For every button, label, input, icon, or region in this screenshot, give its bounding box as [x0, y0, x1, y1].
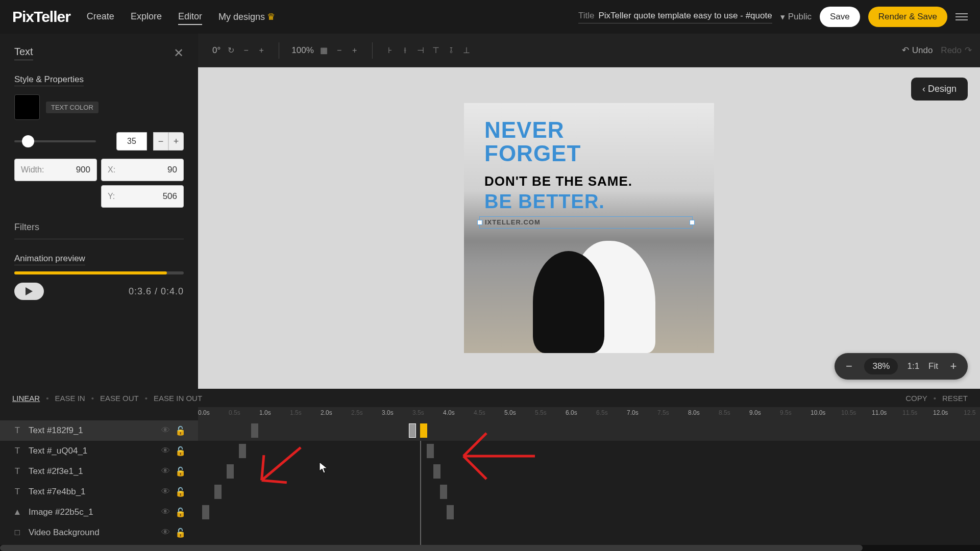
- keyframe[interactable]: [447, 505, 454, 519]
- lock-icon[interactable]: 🔓: [175, 466, 186, 477]
- animation-progress[interactable]: [14, 271, 184, 274]
- zoom-out-button[interactable]: −: [843, 360, 855, 372]
- rotation-decrease[interactable]: −: [241, 45, 251, 56]
- canvas-text-url[interactable]: IXTELLER.COM: [480, 217, 692, 228]
- visibility-dropdown[interactable]: ▾ Public: [780, 12, 812, 22]
- align-right-icon[interactable]: ⊣: [415, 45, 426, 56]
- align-left-icon[interactable]: ⊦: [385, 45, 395, 56]
- visibility-icon[interactable]: 👁: [161, 487, 170, 497]
- document-title[interactable]: Title PixTeller quote template easy to u…: [578, 11, 772, 23]
- copy-button[interactable]: COPY: [905, 394, 927, 403]
- selection-handle-right[interactable]: [690, 220, 695, 225]
- canvas-area[interactable]: ‹ Design NEVERFORGET DON'T BE THE SAME. …: [198, 67, 980, 389]
- zoom-11-button[interactable]: 1:1: [907, 361, 919, 371]
- logo[interactable]: PixTeller: [12, 8, 70, 26]
- align-center-icon[interactable]: ⫲: [400, 45, 410, 56]
- canvas-text-sub1[interactable]: DON'T BE THE SAME.: [484, 173, 632, 189]
- keyframe[interactable]: [440, 485, 447, 499]
- layer-row[interactable]: TText #7e4bb_1👁🔓: [0, 482, 198, 502]
- track-row[interactable]: [198, 482, 980, 502]
- align-middle-icon[interactable]: ⫱: [446, 45, 456, 56]
- easing-ease-in-out[interactable]: EASE IN OUT: [154, 394, 202, 403]
- render-save-button[interactable]: Render & Save: [868, 7, 947, 27]
- size-decrease-button[interactable]: −: [153, 132, 168, 151]
- opacity-decrease[interactable]: −: [334, 45, 345, 56]
- easing-ease-in[interactable]: EASE IN: [55, 394, 85, 403]
- lock-icon[interactable]: 🔓: [175, 507, 186, 518]
- track-row[interactable]: [198, 441, 980, 461]
- x-input[interactable]: X: 90: [101, 159, 184, 181]
- lock-icon[interactable]: 🔓: [175, 487, 186, 497]
- width-input[interactable]: Width: 900: [14, 159, 97, 181]
- nav-editor[interactable]: Editor: [178, 9, 202, 25]
- layer-row[interactable]: TText #2f3e1_1👁🔓: [0, 461, 198, 482]
- track-row[interactable]: [198, 461, 980, 482]
- align-top-icon[interactable]: ⊤: [431, 45, 441, 56]
- layer-row[interactable]: TText #_uQ04_1👁🔓: [0, 441, 198, 461]
- visibility-icon[interactable]: 👁: [161, 425, 170, 436]
- track-row[interactable]: [198, 420, 980, 441]
- zoom-fit-button[interactable]: Fit: [928, 361, 938, 371]
- scrollbar-thumb[interactable]: [0, 545, 863, 551]
- opacity-increase[interactable]: +: [350, 45, 360, 56]
- play-button[interactable]: [14, 283, 44, 300]
- visibility-icon[interactable]: 👁: [161, 507, 170, 518]
- visibility-icon[interactable]: 👁: [161, 528, 170, 538]
- lock-icon[interactable]: 🔓: [175, 446, 186, 457]
- track-row[interactable]: [198, 522, 980, 543]
- keyframe[interactable]: [227, 464, 234, 479]
- close-icon[interactable]: ✕: [174, 46, 184, 60]
- easing-linear[interactable]: LINEAR: [12, 394, 40, 403]
- keyframe-selected[interactable]: [409, 423, 416, 438]
- layer-row[interactable]: □Video Background👁🔓: [0, 522, 198, 543]
- layer-name: Image #22b5c_1: [29, 507, 93, 517]
- rotate-icon[interactable]: ↻: [226, 45, 236, 56]
- undo-button[interactable]: ↶Undo: [902, 45, 933, 56]
- visibility-icon[interactable]: 👁: [161, 446, 170, 457]
- nav-create[interactable]: Create: [87, 9, 114, 25]
- y-input[interactable]: Y: 506: [101, 185, 184, 208]
- zoom-in-button[interactable]: +: [947, 360, 960, 372]
- keyframe[interactable]: [427, 444, 434, 458]
- layer-type-icon: ▲: [12, 507, 22, 517]
- zoom-percent[interactable]: 38%: [864, 358, 898, 374]
- visibility-icon[interactable]: 👁: [161, 466, 170, 477]
- keyframe[interactable]: [251, 423, 258, 438]
- size-input[interactable]: [116, 132, 147, 151]
- keyframe[interactable]: [214, 485, 222, 499]
- redo-button[interactable]: Redo↷: [941, 45, 972, 56]
- timeline-scrollbar[interactable]: [0, 545, 980, 551]
- design-mode-button[interactable]: ‹ Design: [911, 78, 968, 101]
- canvas-text-sub2[interactable]: BE BETTER.: [484, 191, 605, 213]
- nav-explore[interactable]: Explore: [131, 9, 162, 25]
- layer-row[interactable]: ▲Image #22b5c_1👁🔓: [0, 502, 198, 522]
- keyframe[interactable]: [239, 444, 246, 458]
- reset-button[interactable]: RESET: [942, 394, 968, 403]
- align-bottom-icon[interactable]: ⊥: [461, 45, 472, 56]
- size-slider[interactable]: [14, 140, 96, 142]
- selection-box[interactable]: IXTELLER.COM: [479, 216, 693, 229]
- transparency-icon[interactable]: ▦: [319, 45, 329, 56]
- timeline-ruler[interactable]: 0.0s0.5s1.0s1.5s2.0s2.5s3.0s3.5s4.0s4.5s…: [198, 407, 980, 420]
- nav-mydesigns[interactable]: My designs♛: [218, 9, 275, 25]
- timeline-tracks[interactable]: [198, 420, 980, 545]
- filters-heading[interactable]: Filters: [14, 222, 184, 233]
- slider-thumb[interactable]: [22, 135, 34, 147]
- layer-row[interactable]: TText #182f9_1👁🔓: [0, 420, 198, 441]
- text-color-swatch[interactable]: [14, 94, 40, 120]
- save-button[interactable]: Save: [820, 7, 860, 27]
- ruler-mark: 3.5s: [412, 409, 424, 416]
- lock-icon[interactable]: 🔓: [175, 425, 186, 436]
- track-row[interactable]: [198, 502, 980, 522]
- keyframe[interactable]: [433, 464, 440, 479]
- lock-icon[interactable]: 🔓: [175, 528, 186, 538]
- menu-icon[interactable]: [955, 13, 968, 20]
- design-canvas[interactable]: NEVERFORGET DON'T BE THE SAME. BE BETTER…: [464, 103, 714, 353]
- size-increase-button[interactable]: +: [168, 132, 184, 151]
- keyframe[interactable]: [202, 505, 209, 519]
- keyframe-active[interactable]: [420, 423, 427, 438]
- easing-ease-out[interactable]: EASE OUT: [100, 394, 139, 403]
- selection-handle-left[interactable]: [477, 220, 482, 225]
- rotation-increase[interactable]: +: [256, 45, 266, 56]
- canvas-text-heading[interactable]: NEVERFORGET: [484, 118, 581, 165]
